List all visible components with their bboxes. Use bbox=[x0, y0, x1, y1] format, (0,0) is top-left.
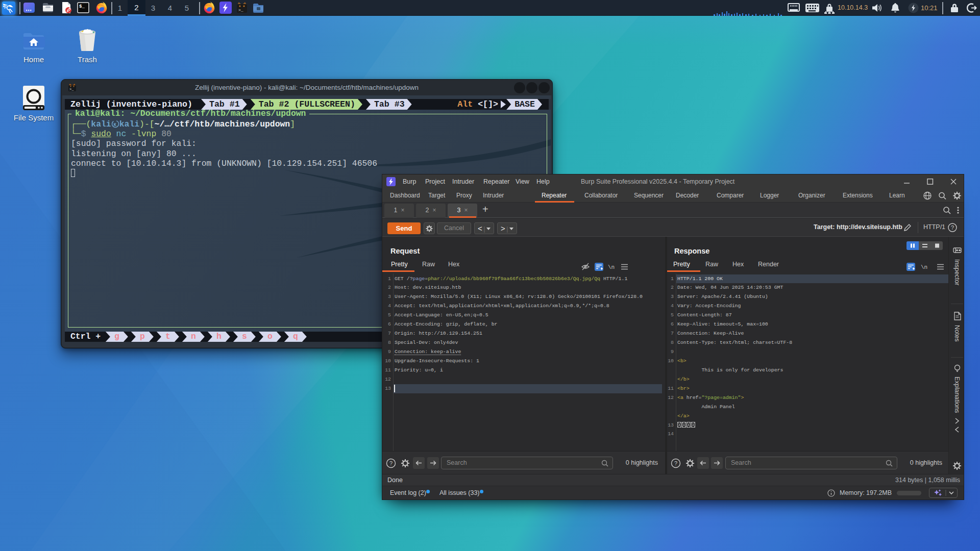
svg-text:>_: >_ bbox=[238, 8, 243, 12]
svg-text:\n: \n bbox=[608, 264, 615, 270]
svg-text:$_: $_ bbox=[79, 4, 85, 9]
svg-text:K: K bbox=[113, 122, 116, 128]
svg-text:?: ? bbox=[389, 460, 393, 466]
svg-text:?: ? bbox=[951, 224, 954, 231]
svg-text:\n: \n bbox=[921, 264, 927, 270]
svg-text:?: ? bbox=[674, 460, 677, 466]
